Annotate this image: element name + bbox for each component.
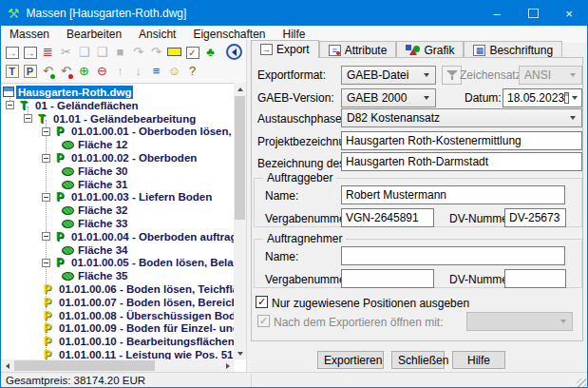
exportieren-button[interactable]: Exportieren [317, 351, 384, 369]
tree-item[interactable]: Fläche 31 [1, 178, 246, 191]
tree-item-label[interactable]: Fläche 31 [76, 178, 129, 191]
tree-item-label[interactable]: Fläche 35 [76, 269, 129, 282]
delete-icon[interactable]: ■ [111, 44, 129, 62]
collapse-minus-icon[interactable] [24, 114, 32, 123]
tree-item-label[interactable]: 01.01.00.06 - Boden lösen, Teichflächen [57, 282, 246, 296]
tree-item[interactable]: Fläche 30 [1, 165, 246, 178]
paste-icon[interactable]: ❑ [93, 44, 111, 62]
tree-item-label[interactable]: 01.01.00.01 - Oberboden lösen, laden, fö… [69, 125, 246, 138]
resize-grip-icon[interactable] [577, 378, 586, 388]
assign-area-icon[interactable]: ↶ [39, 63, 57, 81]
tree-item[interactable]: P01.01.00.06 - Boden lösen, Teichflächen [1, 282, 246, 296]
minimize-button[interactable]: – [479, 1, 515, 26]
scroll-down-icon[interactable] [234, 347, 246, 359]
gaeb-version-combobox[interactable]: GAEB 2000 [341, 88, 436, 107]
horizontal-scroll-thumb[interactable] [14, 360, 155, 371]
tree-item-label[interactable]: 01.01.00.04 - Oberboden auftragen [69, 230, 246, 243]
collapse-minus-icon[interactable] [6, 101, 14, 109]
collapse-minus-icon[interactable] [42, 154, 50, 163]
tree-item[interactable]: P01.01.00.08 - Überschüssigen Boden abfa… [1, 309, 246, 322]
tree-item[interactable]: P01.01.00.04 - Oberboden auftragen [1, 230, 246, 243]
scroll-right-icon[interactable] [221, 359, 234, 372]
tab-export[interactable]: →Export [251, 40, 319, 58]
tree-item-label[interactable]: Fläche 34 [76, 243, 129, 257]
maximize-button[interactable] [515, 1, 551, 26]
tree-item-label[interactable]: 01.01.00.09 - Boden für Einzel- und Punk… [57, 321, 246, 335]
auftragnehmer-dv-nummer-input[interactable] [504, 269, 566, 288]
collapse-panel-button[interactable] [226, 44, 242, 60]
tree-item[interactable]: T01 - Geländeflächen [1, 99, 246, 112]
tree-item-label[interactable]: Fläche 32 [76, 204, 129, 217]
tree-item[interactable]: Fläche 33 [1, 217, 246, 230]
user-icon[interactable]: ☺ [165, 63, 183, 81]
zoom-window-icon[interactable] [165, 44, 183, 62]
tree-item-label[interactable]: 01.01.00.10 - Bearbeitungsflächen formen [57, 335, 246, 348]
position-icon[interactable]: P [21, 63, 39, 81]
assign-right-icon[interactable]: ↷ [147, 44, 165, 62]
scroll-left-icon[interactable] [1, 359, 13, 372]
tree-item-label[interactable]: 01.01.00.03 - Liefern Boden [69, 190, 214, 204]
help-icon[interactable]: ? [183, 63, 201, 81]
report-check-icon[interactable]: ✓ [183, 44, 201, 62]
import-drawing-icon[interactable]: → [3, 44, 21, 62]
tree-item[interactable]: P01.01.00.07 - Boden lösen, Bereich abzu… [1, 296, 246, 309]
tree-item[interactable]: P01.01.00.01 - Oberboden lösen, laden, f… [1, 125, 246, 138]
move-down-icon[interactable]: ↓ [129, 63, 147, 81]
export-drawing-icon[interactable]: → [21, 44, 39, 62]
lv-bezeichnung-input[interactable] [341, 152, 582, 171]
tree-item-label[interactable]: 01 - Geländeflächen [33, 99, 141, 112]
tree-item[interactable]: Fläche 34 [1, 243, 246, 257]
auftragnehmer-vergabenummer-input[interactable] [341, 269, 434, 288]
projektbezeichnung-input[interactable] [341, 131, 582, 150]
tree-item-label[interactable]: Fläche 30 [76, 165, 129, 178]
tree-item[interactable]: Fläche 35 [1, 269, 246, 282]
remove-icon[interactable]: ⊖ [93, 63, 111, 81]
tree-item[interactable]: P01.01.00.10 - Bearbeitungsflächen forme… [1, 335, 246, 348]
copy-icon[interactable]: ❑ [75, 44, 93, 62]
tree-item[interactable]: P01.01.00.09 - Boden für Einzel- und Pun… [1, 321, 246, 335]
collapse-minus-icon[interactable] [42, 259, 50, 267]
close-button[interactable]: × [551, 1, 587, 26]
tree-item-label[interactable]: 01.01.00.05 - Boden lösen, Belagsflächen [69, 256, 246, 269]
tree-item[interactable]: T01.01 - Geländebearbeitung [1, 112, 246, 126]
schliessen-button[interactable]: Schließen [391, 351, 445, 369]
scroll-up-icon[interactable] [234, 83, 246, 95]
add-icon[interactable]: ⊕ [75, 63, 93, 81]
structure-list-icon[interactable]: ≡ [147, 63, 165, 81]
menu-item-ansicht[interactable]: Ansicht [130, 26, 184, 43]
tree-item-label[interactable]: Hausgarten-Roth.dwg [16, 86, 133, 99]
tree-item[interactable]: Fläche 32 [1, 204, 246, 217]
auftraggeber-name-input[interactable] [341, 185, 565, 204]
tree-item[interactable]: P01.01.00.05 - Boden lösen, Belagsfläche… [1, 256, 246, 269]
auftragnehmer-name-input[interactable] [341, 246, 565, 265]
menu-item-bearbeiten[interactable]: Bearbeiten [58, 26, 130, 43]
auftraggeber-vergabenummer-input[interactable] [341, 208, 434, 227]
tree-horizontal-scrollbar[interactable] [1, 359, 234, 372]
tree-item-label[interactable]: Fläche 33 [76, 217, 129, 230]
tab-grafik[interactable]: Grafik [396, 41, 464, 58]
datum-datepicker[interactable]: 18.05.2023 [503, 88, 582, 107]
tree-item-label[interactable]: 01.01.00.07 - Boden lösen, Bereich abzub… [57, 296, 246, 309]
tree-item-label[interactable]: 01.01 - Geländebearbeitung [51, 112, 198, 126]
unassign-area-icon[interactable]: ↶ [57, 63, 75, 81]
massen-plant-icon[interactable]: ♣ [201, 44, 219, 62]
mass-list-icon[interactable]: ≣ [39, 44, 57, 62]
hilfe-button[interactable]: Hilfe [452, 351, 505, 369]
tree-item-label[interactable]: 01.01.00.02 - Oberboden [69, 151, 199, 165]
auftraggeber-dv-nummer-input[interactable] [504, 208, 566, 227]
tree-item[interactable]: Hausgarten-Roth.dwg [1, 86, 246, 99]
tree-item[interactable]: P01.01.00.02 - Oberboden [1, 151, 246, 165]
tree-item-label[interactable]: Fläche 12 [76, 138, 129, 151]
tree-item[interactable]: P01.01.00.03 - Liefern Boden [1, 190, 246, 204]
collapse-minus-icon[interactable] [42, 193, 50, 202]
tree-vertical-scrollbar[interactable] [234, 83, 246, 359]
tab-beschriftung[interactable]: ▦Beschriftung [464, 41, 562, 58]
tree-item-label[interactable]: 01.01.00.08 - Überschüssigen Boden abfah… [57, 309, 246, 322]
assign-left-icon[interactable]: ↷ [129, 44, 147, 62]
menu-item-massen[interactable]: Massen [1, 26, 58, 43]
move-up-icon[interactable]: ↑ [111, 63, 129, 81]
exportformat-combobox[interactable]: GAEB-Datei [341, 66, 436, 85]
austauschphase-combobox[interactable]: D82 Kostenansatz [341, 108, 582, 127]
tab-attribute[interactable]: ≡Attribute [319, 41, 397, 58]
tree-item[interactable]: Fläche 12 [1, 138, 246, 151]
